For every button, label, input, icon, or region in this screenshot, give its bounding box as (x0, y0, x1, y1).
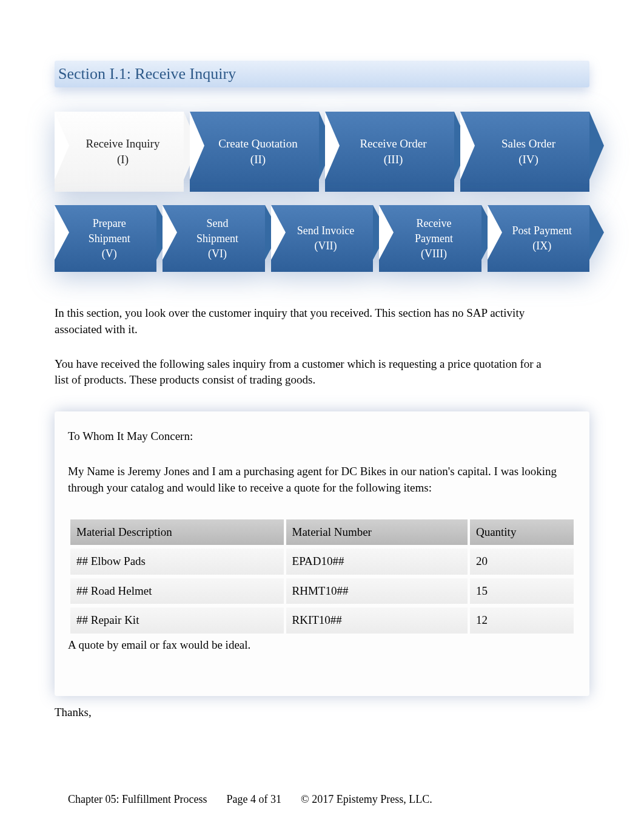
materials-table: Material Description Material Number Qua… (68, 516, 576, 637)
cell-num: EPAD10## (286, 549, 468, 575)
flow-step-title: Prepare Shipment (79, 216, 139, 246)
flow-step-title: Post Payment (512, 223, 572, 238)
letter-closing: A quote by email or fax would be ideal. (68, 637, 576, 654)
intro-paragraph-1: In this section, you look over the custo… (55, 305, 552, 337)
footer-copyright: © 2017 Epistemy Press, LLC. (301, 792, 432, 807)
letter-salutation: To Whom It May Concern: (68, 428, 576, 445)
flow-step-title: Receive Order (360, 136, 426, 152)
footer-page: Page 4 of 31 (226, 792, 281, 807)
col-material-description: Material Description (70, 519, 284, 546)
cell-num: RKIT10## (286, 607, 468, 634)
flow-step-title: Create Quotation (218, 136, 297, 152)
col-quantity: Quantity (470, 519, 574, 546)
flow-step-create-quotation: Create Quotation (II) (190, 112, 319, 192)
cell-desc: ## Elbow Pads (70, 549, 284, 575)
flow-step-post-payment: Post Payment (IX) (488, 205, 589, 272)
flow-step-roman: (IV) (518, 152, 538, 168)
flow-step-title: Receive Payment (403, 216, 464, 246)
table-row: ## Road Helmet RHMT10## 15 (70, 578, 574, 604)
table-header-row: Material Description Material Number Qua… (70, 519, 574, 546)
cell-qty: 15 (470, 578, 574, 604)
letter-body: My Name is Jeremy Jones and I am a purch… (68, 464, 576, 496)
flow-step-roman: (V) (102, 246, 117, 262)
flow-step-receive-payment: Receive Payment (VIII) (379, 205, 481, 272)
cell-qty: 12 (470, 607, 574, 634)
letter-thanks: Thanks, (55, 705, 589, 721)
flow-step-roman: (VIII) (421, 246, 447, 262)
body-text: In this section, you look over the custo… (55, 305, 552, 388)
cell-desc: ## Repair Kit (70, 607, 284, 634)
flow-step-title: Send Shipment (187, 216, 247, 246)
cell-qty: 20 (470, 549, 574, 575)
flow-step-roman: (IX) (532, 238, 551, 254)
flow-step-roman: (VI) (208, 246, 227, 262)
cell-desc: ## Road Helmet (70, 578, 284, 604)
flow-step-receive-order: Receive Order (III) (325, 112, 454, 192)
flow-step-title: Sales Order (501, 136, 555, 152)
flow-step-send-shipment: Send Shipment (VI) (163, 205, 264, 272)
intro-paragraph-2: You have received the following sales in… (55, 356, 552, 388)
flow-step-sales-order: Sales Order (IV) (460, 112, 589, 192)
flow-step-roman: (III) (384, 152, 403, 168)
flow-step-send-invoice: Send Invoice (VII) (271, 205, 373, 272)
table-row: ## Repair Kit RKIT10## 12 (70, 607, 574, 634)
cell-num: RHMT10## (286, 578, 468, 604)
section-title: Section I.1: Receive Inquiry (55, 61, 589, 87)
flow-step-roman: (II) (250, 152, 266, 168)
footer-chapter: Chapter 05: Fulfillment Process (68, 792, 207, 807)
flow-step-roman: (VII) (315, 238, 337, 254)
flow-row-2: Prepare Shipment (V) Send Shipment (VI) … (55, 205, 589, 272)
flow-step-receive-inquiry: Receive Inquiry (I) (55, 112, 184, 192)
flow-step-prepare-shipment: Prepare Shipment (V) (55, 205, 156, 272)
page-footer: Chapter 05: Fulfillment Process Page 4 o… (68, 792, 589, 807)
col-material-number: Material Number (286, 519, 468, 546)
flow-step-title: Send Invoice (297, 223, 354, 238)
table-row: ## Elbow Pads EPAD10## 20 (70, 549, 574, 575)
flow-row-1: Receive Inquiry (I) Create Quotation (II… (55, 112, 589, 192)
inquiry-letter: To Whom It May Concern: My Name is Jerem… (55, 411, 589, 696)
flow-step-title: Receive Inquiry (86, 136, 160, 152)
document-page: Section I.1: Receive Inquiry Receive Inq… (0, 0, 644, 835)
flow-step-roman: (I) (117, 152, 129, 168)
process-flow: Receive Inquiry (I) Create Quotation (II… (55, 112, 589, 272)
